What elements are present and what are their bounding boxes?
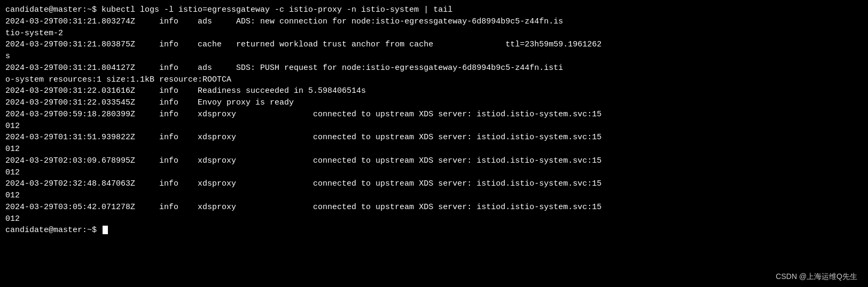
- watermark: CSDN @上海运维Q先生: [776, 272, 857, 282]
- terminal-line: o-system resources:1 size:1.1kB resource…: [5, 74, 863, 86]
- terminal-output: candidate@master:~$ kubectl logs -l isti…: [5, 4, 863, 236]
- terminal-line: 2024-03-29T00:59:18.280399Z info xdsprox…: [5, 109, 863, 121]
- terminal-line: 012: [5, 213, 863, 225]
- terminal-line: 2024-03-29T00:31:22.031616Z info Readine…: [5, 85, 863, 97]
- terminal-line: 012: [5, 121, 863, 132]
- terminal-line: 2024-03-29T00:31:21.803875Z info cache r…: [5, 39, 863, 51]
- terminal-line: candidate@master:~$: [5, 225, 863, 236]
- terminal-line: 2024-03-29T01:31:51.939822Z info xdsprox…: [5, 132, 863, 144]
- terminal-line: 012: [5, 167, 863, 179]
- terminal-line: 2024-03-29T00:31:22.033545Z info Envoy p…: [5, 97, 863, 109]
- terminal-line: 2024-03-29T02:03:09.678995Z info xdsprox…: [5, 155, 863, 167]
- terminal-line: 2024-03-29T00:31:21.803274Z info ads ADS…: [5, 16, 863, 28]
- terminal-line: 2024-03-29T03:05:42.071278Z info xdsprox…: [5, 202, 863, 213]
- terminal-line: tio-system-2: [5, 28, 863, 39]
- terminal-line: 2024-03-29T02:32:48.847063Z info xdsprox…: [5, 178, 863, 190]
- terminal-line: 012: [5, 190, 863, 202]
- terminal-line: 012: [5, 144, 863, 155]
- terminal-line: candidate@master:~$ kubectl logs -l isti…: [5, 4, 863, 16]
- terminal-line: 2024-03-29T00:31:21.804127Z info ads SDS…: [5, 62, 863, 74]
- terminal-line: s: [5, 51, 863, 62]
- terminal-window: candidate@master:~$ kubectl logs -l isti…: [0, 0, 868, 287]
- terminal-cursor: [103, 226, 108, 234]
